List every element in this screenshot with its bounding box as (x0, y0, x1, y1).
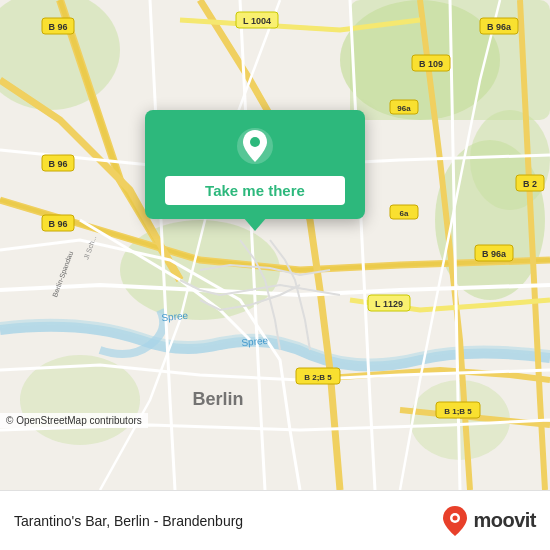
svg-text:B 96: B 96 (48, 159, 67, 169)
svg-text:B 2;B 5: B 2;B 5 (304, 373, 332, 382)
svg-text:B 109: B 109 (419, 59, 443, 69)
moovit-logo: moovit (441, 505, 536, 537)
svg-point-4 (470, 110, 550, 210)
svg-text:Berlin: Berlin (192, 389, 243, 409)
svg-text:B 2: B 2 (523, 179, 537, 189)
svg-text:6a: 6a (400, 209, 409, 218)
map-container: B 96 B 96 B 96 L 1004 B 109 B 96a 96a 6a… (0, 0, 550, 490)
svg-text:B 96: B 96 (48, 219, 67, 229)
svg-point-41 (250, 137, 260, 147)
svg-point-43 (453, 515, 458, 520)
take-me-there-button[interactable]: Take me there (165, 176, 345, 205)
osm-attribution: © OpenStreetMap contributors (0, 413, 148, 428)
svg-text:B 96a: B 96a (487, 22, 512, 32)
svg-text:L 1129: L 1129 (375, 299, 403, 309)
bottom-bar: Tarantino's Bar, Berlin - Brandenburg mo… (0, 490, 550, 550)
moovit-brand-text: moovit (473, 509, 536, 532)
svg-text:B 96: B 96 (48, 22, 67, 32)
location-pin-icon (235, 126, 275, 166)
svg-text:L 1004: L 1004 (243, 16, 271, 26)
svg-text:B 96a: B 96a (482, 249, 507, 259)
svg-text:B 1;B 5: B 1;B 5 (444, 407, 472, 416)
svg-text:96a: 96a (397, 104, 411, 113)
location-label: Tarantino's Bar, Berlin - Brandenburg (14, 513, 243, 529)
svg-text:Spree: Spree (241, 335, 269, 348)
map-popup: Take me there (145, 110, 365, 219)
svg-text:Spree: Spree (161, 310, 189, 323)
moovit-pin-icon (441, 505, 469, 537)
